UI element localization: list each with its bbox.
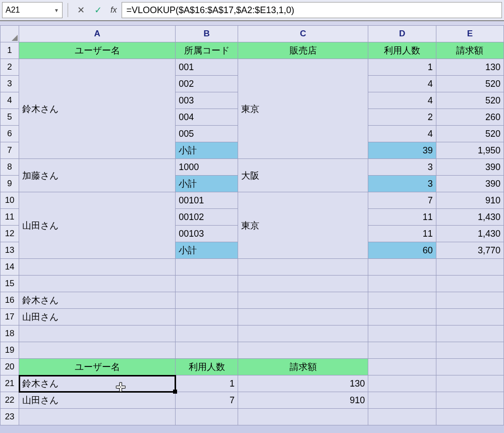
cell[interactable] [238, 309, 368, 326]
column-header-B[interactable]: B [176, 26, 238, 42]
row-header[interactable]: 22 [1, 392, 19, 409]
cell[interactable] [176, 292, 238, 309]
cell[interactable]: ユーザー名 [19, 359, 176, 375]
cell[interactable] [436, 375, 503, 392]
row-header[interactable]: 13 [1, 242, 19, 259]
cell[interactable] [368, 375, 436, 392]
cell[interactable]: 1 [176, 375, 238, 392]
cell-selected[interactable]: 鈴木さん [19, 375, 176, 392]
cell[interactable]: 1,430 [436, 226, 503, 242]
cell[interactable]: 大阪 [238, 159, 368, 192]
cell[interactable] [238, 409, 368, 425]
cell[interactable]: 2 [368, 109, 436, 126]
cell[interactable]: 520 [436, 76, 503, 92]
row-header[interactable]: 21 [1, 375, 19, 392]
cell[interactable] [238, 276, 368, 292]
cell[interactable]: 小計 [176, 242, 238, 259]
cell[interactable]: 00102 [176, 209, 238, 226]
cell[interactable]: 7 [368, 192, 436, 209]
row-header[interactable]: 19 [1, 342, 19, 359]
cell[interactable]: 山田さん [19, 192, 176, 259]
row-header[interactable]: 18 [1, 326, 19, 342]
row-header[interactable]: 2 [1, 59, 19, 76]
cell[interactable] [368, 292, 436, 309]
cell[interactable] [176, 309, 238, 326]
cell[interactable] [368, 326, 436, 342]
cell[interactable]: 11 [368, 209, 436, 226]
cell[interactable] [176, 342, 238, 359]
cell[interactable]: 東京 [238, 59, 368, 159]
select-all-corner[interactable] [1, 26, 19, 42]
cell[interactable] [238, 326, 368, 342]
row-header[interactable]: 5 [1, 109, 19, 126]
cell[interactable] [368, 342, 436, 359]
cell[interactable] [436, 342, 503, 359]
column-header-C[interactable]: C [238, 26, 368, 42]
cell[interactable]: 00101 [176, 192, 238, 209]
column-header-D[interactable]: D [368, 26, 436, 42]
cell[interactable]: 所属コード [176, 42, 238, 59]
cell[interactable]: 00103 [176, 226, 238, 242]
cell[interactable] [436, 409, 503, 425]
formula-input[interactable] [122, 2, 502, 18]
row-header[interactable]: 20 [1, 359, 19, 375]
row-header[interactable]: 4 [1, 92, 19, 109]
cell[interactable]: 3,770 [436, 242, 503, 259]
cell[interactable] [176, 326, 238, 342]
cell[interactable]: 7 [176, 392, 238, 409]
row-header[interactable]: 14 [1, 259, 19, 276]
cell[interactable] [19, 259, 176, 276]
row-header[interactable]: 11 [1, 209, 19, 226]
row-header[interactable]: 16 [1, 292, 19, 309]
row-header[interactable]: 10 [1, 192, 19, 209]
dropdown-arrow-icon[interactable]: ▼ [54, 8, 59, 13]
cell[interactable] [176, 276, 238, 292]
spreadsheet-grid[interactable]: A B C D E 1 ユーザー名 所属コード 販売店 利用人数 請求額 2 鈴… [0, 21, 504, 425]
cell[interactable]: 鈴木さん [19, 292, 176, 309]
cell[interactable]: 4 [368, 92, 436, 109]
cell[interactable]: 39 [368, 142, 436, 159]
cell[interactable]: 390 [436, 176, 503, 192]
cell[interactable]: 003 [176, 92, 238, 109]
cell[interactable] [19, 409, 176, 425]
row-header[interactable]: 17 [1, 309, 19, 326]
row-header[interactable]: 1 [1, 42, 19, 59]
cell[interactable] [238, 292, 368, 309]
cell[interactable] [436, 292, 503, 309]
cell[interactable]: 60 [368, 242, 436, 259]
cell[interactable] [368, 259, 436, 276]
cell[interactable]: 請求額 [436, 42, 503, 59]
cell[interactable]: 11 [368, 226, 436, 242]
cell[interactable]: 260 [436, 109, 503, 126]
cell[interactable]: 4 [368, 126, 436, 142]
row-header[interactable]: 23 [1, 409, 19, 425]
cell[interactable]: 005 [176, 126, 238, 142]
row-header[interactable]: 3 [1, 76, 19, 92]
cell[interactable]: 山田さん [19, 392, 176, 409]
cell[interactable] [368, 359, 436, 375]
cell[interactable] [238, 342, 368, 359]
cancel-formula-button[interactable]: ✕ [73, 3, 88, 18]
cell[interactable] [19, 326, 176, 342]
cell[interactable]: 001 [176, 59, 238, 76]
cell[interactable]: 1,430 [436, 209, 503, 226]
cell[interactable] [436, 276, 503, 292]
cell[interactable] [436, 392, 503, 409]
cell[interactable]: 東京 [238, 192, 368, 259]
row-header[interactable]: 7 [1, 142, 19, 159]
cell[interactable] [368, 409, 436, 425]
cell[interactable]: 利用人数 [368, 42, 436, 59]
cell[interactable] [368, 392, 436, 409]
row-header[interactable]: 9 [1, 176, 19, 192]
cell[interactable]: 鈴木さん [19, 59, 176, 159]
cell[interactable]: 390 [436, 159, 503, 176]
cell[interactable]: 3 [368, 176, 436, 192]
cell[interactable]: ユーザー名 [19, 42, 176, 59]
cell[interactable]: 3 [368, 159, 436, 176]
cell[interactable] [238, 259, 368, 276]
row-header[interactable]: 15 [1, 276, 19, 292]
cell[interactable] [176, 259, 238, 276]
cell[interactable] [368, 276, 436, 292]
row-header[interactable]: 12 [1, 226, 19, 242]
cell[interactable]: 1000 [176, 159, 238, 176]
